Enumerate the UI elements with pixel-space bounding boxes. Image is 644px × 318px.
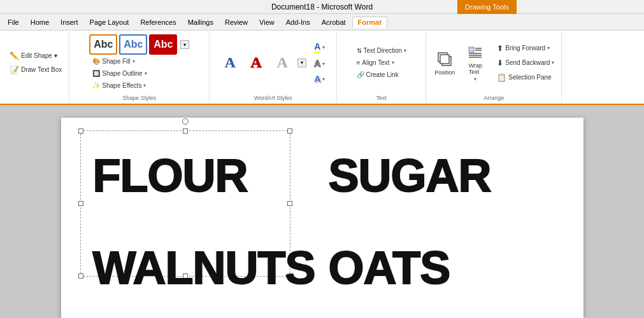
wordart-row: A A A ▾ A ▾ A ▾ xyxy=(218,39,328,86)
shape-style-2[interactable]: Abc xyxy=(119,34,147,55)
shape-outline-icon: 🔲 xyxy=(92,70,100,77)
title-bar: Document18 - Microsoft Word Drawing Tool… xyxy=(0,0,644,14)
svg-rect-3 xyxy=(469,47,474,52)
menu-addins[interactable]: Add-Ins xyxy=(281,17,315,27)
ribbon: ✏️ Edit Shape ▾ 📝 Draw Text Box Abc Abc … xyxy=(0,31,644,105)
menu-file[interactable]: File xyxy=(3,17,24,27)
menu-insert[interactable]: Insert xyxy=(55,17,83,27)
shape-fill-row: 🎨 Shape Fill ▾ xyxy=(89,56,189,67)
wordart-styles-group-label: WordArt Styles xyxy=(210,95,336,101)
send-backward-label: Send Backward xyxy=(505,59,550,66)
position-icon xyxy=(436,50,454,68)
document-area: FLOUR SUGAR WALNUTS OATS xyxy=(0,105,644,318)
wordart-expand[interactable]: ▾ xyxy=(297,59,306,67)
shape-fill-icon: 🎨 xyxy=(92,58,100,65)
shape-style-expand[interactable]: ▾ xyxy=(180,40,189,49)
handle-bottom-left[interactable] xyxy=(78,273,83,279)
shape-effects-label: Shape Effects xyxy=(102,82,141,89)
ribbon-group-wordart: A A A ▾ A ▾ A ▾ xyxy=(210,32,337,102)
text-effects-icon: A xyxy=(314,74,320,84)
menu-mailings[interactable]: Mailings xyxy=(183,17,218,27)
text-fill-button[interactable]: A ▾ xyxy=(311,39,328,55)
wrap-text-icon xyxy=(466,43,484,61)
text-fill-icon: A xyxy=(314,41,320,53)
text-outline-button[interactable]: A ▾ xyxy=(311,57,328,71)
shape-outline-label: Shape Outline xyxy=(102,70,142,77)
ribbon-group-text: ⇅ Text Direction ▾ ≡ Align Text ▾ 🔗 Crea… xyxy=(337,32,426,102)
text-effects-button[interactable]: A ▾ xyxy=(311,72,328,86)
text-direction-icon: ⇅ xyxy=(357,47,362,54)
shape-styles-group-label: Shape Styles xyxy=(69,95,209,101)
draw-text-box-icon: 📝 xyxy=(10,66,19,74)
wordart-style-3[interactable]: A xyxy=(270,53,294,73)
handle-top-center[interactable] xyxy=(183,128,188,134)
position-button[interactable]: Position xyxy=(430,47,459,79)
draw-text-box-button[interactable]: 📝 Draw Text Box xyxy=(6,64,65,76)
selection-pane-label: Selection Pane xyxy=(508,74,551,81)
selection-pane-icon: 📋 xyxy=(497,73,506,82)
shape-fill-button[interactable]: 🎨 Shape Fill ▾ xyxy=(89,56,138,67)
wordart-style-1[interactable]: A xyxy=(218,53,242,73)
title-text: Document18 - Microsoft Word xyxy=(271,3,373,11)
menu-format[interactable]: Format xyxy=(352,17,387,28)
menu-review[interactable]: Review xyxy=(220,17,253,27)
menu-references[interactable]: References xyxy=(135,17,181,27)
oats-label: OATS xyxy=(329,242,450,294)
text-direction-button[interactable]: ⇅ Text Direction ▾ xyxy=(354,45,410,56)
shape-outline-button[interactable]: 🔲 Shape Outline ▾ xyxy=(89,68,150,79)
shape-effects-icon: ✨ xyxy=(92,82,100,89)
drawing-tools-tab: Drawing Tools xyxy=(457,0,517,14)
selection-pane-button[interactable]: 📋 Selection Pane xyxy=(494,71,557,84)
walnuts-label: WALNUTS xyxy=(93,242,315,294)
handle-mid-right[interactable] xyxy=(287,201,292,206)
handle-mid-left[interactable] xyxy=(78,201,83,206)
flour-label: FLOUR xyxy=(93,149,248,202)
shape-style-1[interactable]: Abc xyxy=(89,34,117,55)
arrange-group-label: Arrange xyxy=(426,95,561,101)
svg-rect-2 xyxy=(440,55,449,64)
send-backward-icon: ⬇ xyxy=(497,59,503,67)
ribbon-group-insert: ✏️ Edit Shape ▾ 📝 Draw Text Box xyxy=(3,32,69,102)
handle-top-right[interactable] xyxy=(287,128,292,134)
align-text-icon: ≡ xyxy=(357,59,361,66)
wordart-style-2[interactable]: A xyxy=(244,53,268,73)
text-direction-label: Text Direction xyxy=(364,47,403,54)
menu-bar: File Home Insert Page Layout References … xyxy=(0,14,644,31)
text-group-label: Text xyxy=(337,95,426,101)
edit-shape-label: Edit Shape ▾ xyxy=(21,52,57,59)
page: FLOUR SUGAR WALNUTS OATS xyxy=(61,118,583,318)
position-label: Position xyxy=(434,69,455,76)
wrap-text-button[interactable]: WrapText ▾ xyxy=(461,40,489,85)
sugar-label: SUGAR xyxy=(329,149,491,202)
shape-fill-label: Shape Fill xyxy=(102,58,130,65)
rotate-handle[interactable] xyxy=(182,118,189,125)
draw-text-box-label: Draw Text Box xyxy=(21,66,62,73)
align-text-button[interactable]: ≡ Align Text ▾ xyxy=(354,57,410,68)
menu-page-layout[interactable]: Page Layout xyxy=(85,17,134,27)
handle-top-left[interactable] xyxy=(78,128,83,134)
shape-style-row: Abc Abc Abc ▾ xyxy=(89,34,189,55)
text-outline-icon: A xyxy=(314,59,320,69)
menu-view[interactable]: View xyxy=(254,17,280,27)
shape-effects-row: ✨ Shape Effects ▾ xyxy=(89,80,189,91)
shape-style-3[interactable]: Abc xyxy=(149,34,177,55)
send-backward-button[interactable]: ⬇ Send Backward ▾ xyxy=(494,57,557,69)
align-text-label: Align Text xyxy=(362,59,389,66)
create-link-icon: 🔗 xyxy=(357,71,364,78)
edit-shape-button[interactable]: ✏️ Edit Shape ▾ xyxy=(6,50,65,62)
shape-outline-row: 🔲 Shape Outline ▾ xyxy=(89,68,189,79)
ribbon-group-arrange: Position WrapText xyxy=(426,32,562,102)
bring-forward-label: Bring Forward xyxy=(505,45,545,52)
menu-home[interactable]: Home xyxy=(25,17,54,27)
bring-forward-icon: ⬆ xyxy=(497,44,503,53)
wrap-text-label: WrapText xyxy=(469,62,482,75)
edit-shape-icon: ✏️ xyxy=(10,52,19,60)
bring-forward-button[interactable]: ⬆ Bring Forward ▾ xyxy=(494,42,557,55)
ribbon-group-shape-styles: Abc Abc Abc ▾ 🎨 Shape Fill ▾ 🔲 xyxy=(69,32,210,102)
create-link-button[interactable]: 🔗 Create Link xyxy=(354,69,410,80)
menu-acrobat[interactable]: Acrobat xyxy=(317,17,351,27)
create-link-label: Create Link xyxy=(366,71,399,78)
arrange-top-row: Position WrapText xyxy=(430,40,557,85)
shape-effects-button[interactable]: ✨ Shape Effects ▾ xyxy=(89,80,149,91)
